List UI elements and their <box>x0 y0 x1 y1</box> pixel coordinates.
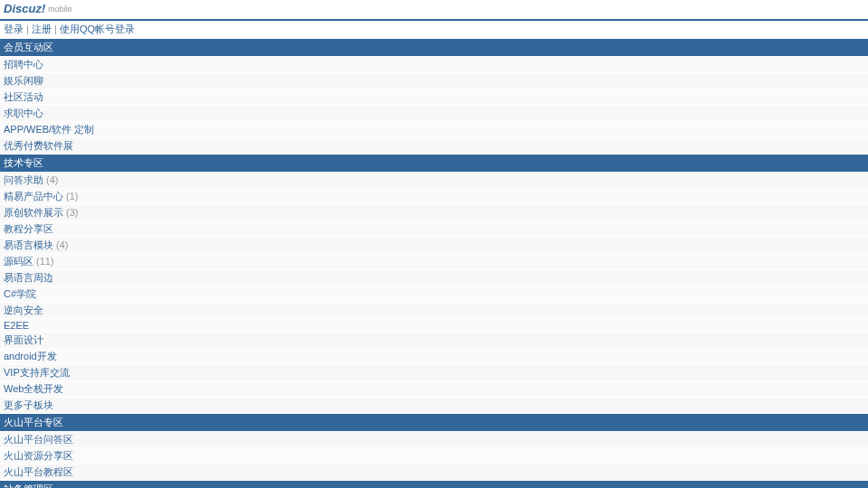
forum-link[interactable]: 精易产品中心 <box>4 191 63 202</box>
forum-link[interactable]: 易语言模块 <box>4 239 53 250</box>
forum-item[interactable]: 问答求助 (4) <box>0 173 868 188</box>
forum-item[interactable]: 更多子板块 <box>0 398 868 413</box>
forum-item[interactable]: E2EE <box>0 319 868 332</box>
forum-item[interactable]: 求职中心 <box>0 106 868 121</box>
forum-item[interactable]: C#学院 <box>0 286 868 302</box>
forum-link[interactable]: android开发 <box>4 351 57 361</box>
separator: | <box>54 23 57 34</box>
forum-item[interactable]: 源码区 (11) <box>0 254 868 269</box>
forum-link[interactable]: 火山平台教程区 <box>4 466 73 477</box>
forum-item[interactable]: 招聘中心 <box>0 57 868 72</box>
forum-link[interactable]: 易语言周边 <box>4 272 53 283</box>
forum-link[interactable]: 问答求助 <box>4 174 43 185</box>
forum-item[interactable]: 易语言周边 <box>0 270 868 286</box>
forum-item[interactable]: 原创软件展示 (3) <box>0 205 868 221</box>
separator: | <box>26 23 29 34</box>
forum-link[interactable]: 界面设计 <box>4 334 43 345</box>
section-header: 火山平台专区 <box>0 414 868 431</box>
forum-link[interactable]: 娱乐闲聊 <box>4 75 43 86</box>
forum-item[interactable]: 优秀付费软件展 <box>0 138 868 154</box>
forum-item[interactable]: APP/WEB/软件 定制 <box>0 122 868 137</box>
forum-link[interactable]: 教程分享区 <box>4 223 53 234</box>
forum-link[interactable]: 招聘中心 <box>4 59 43 70</box>
forum-count: (4) <box>53 239 69 250</box>
forum-item[interactable]: 界面设计 <box>0 333 868 348</box>
forum-link[interactable]: VIP支持库交流 <box>4 367 70 378</box>
forum-link[interactable]: 优秀付费软件展 <box>4 140 73 151</box>
forum-link[interactable]: 火山资源分享区 <box>4 450 73 461</box>
forum-link[interactable]: 源码区 <box>4 256 33 267</box>
forum-link[interactable]: 社区活动 <box>4 91 43 102</box>
forum-link[interactable]: E2EE <box>4 320 29 331</box>
forum-item[interactable]: 精易产品中心 (1) <box>0 189 868 204</box>
forum-item[interactable]: 火山平台教程区 <box>0 465 868 480</box>
login-link[interactable]: 登录 <box>4 23 24 34</box>
sections-container: 会员互动区招聘中心娱乐闲聊社区活动求职中心APP/WEB/软件 定制优秀付费软件… <box>0 39 868 488</box>
forum-item[interactable]: VIP支持库交流 <box>0 365 868 380</box>
forum-link[interactable]: 逆向安全 <box>4 305 43 315</box>
forum-item[interactable]: 火山资源分享区 <box>0 448 868 464</box>
header: Discuz! mobile <box>0 0 868 17</box>
forum-link[interactable]: 火山平台问答区 <box>4 434 73 445</box>
forum-link[interactable]: C#学院 <box>4 288 36 299</box>
forum-item[interactable]: 娱乐闲聊 <box>0 73 868 89</box>
forum-item[interactable]: 社区活动 <box>0 89 868 105</box>
forum-link[interactable]: 更多子板块 <box>4 399 53 410</box>
forum-item[interactable]: 易语言模块 (4) <box>0 238 868 253</box>
forum-count: (3) <box>63 207 79 218</box>
register-link[interactable]: 注册 <box>32 23 52 34</box>
forum-link[interactable]: 求职中心 <box>4 108 43 118</box>
auth-bar: 登录 | 注册 | 使用QQ帐号登录 <box>0 21 868 38</box>
forum-item[interactable]: 火山平台问答区 <box>0 432 868 447</box>
forum-count: (11) <box>33 256 54 267</box>
logo-main: Discuz! <box>4 2 45 15</box>
logo-sub: mobile <box>48 5 72 14</box>
forum-item[interactable]: 教程分享区 <box>0 221 868 237</box>
forum-count: (4) <box>43 174 59 185</box>
section-header: 技术专区 <box>0 155 868 172</box>
forum-link[interactable]: 原创软件展示 <box>4 207 63 218</box>
forum-link[interactable]: APP/WEB/软件 定制 <box>4 124 94 135</box>
section-header: 会员互动区 <box>0 39 868 56</box>
forum-item[interactable]: android开发 <box>0 349 868 364</box>
qq-login-link[interactable]: 使用QQ帐号登录 <box>60 23 135 34</box>
forum-item[interactable]: Web全栈开发 <box>0 381 868 397</box>
forum-link[interactable]: Web全栈开发 <box>4 383 63 394</box>
section-header: 站务管理区 <box>0 481 868 488</box>
forum-count: (1) <box>63 191 79 202</box>
forum-item[interactable]: 逆向安全 <box>0 303 868 318</box>
